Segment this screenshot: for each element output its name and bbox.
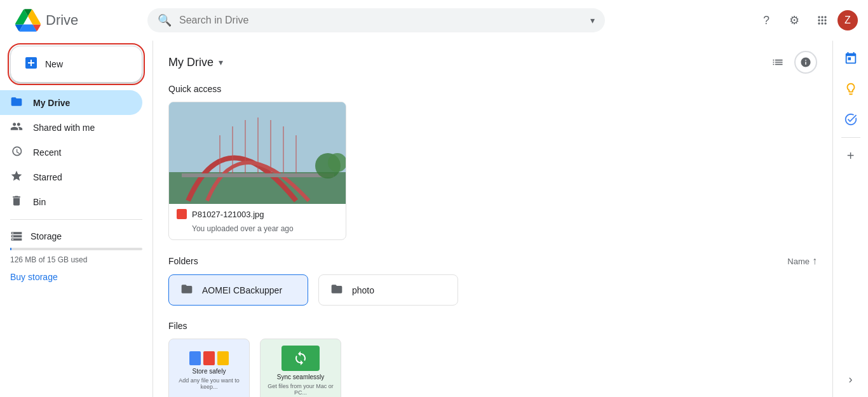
my-drive-icon xyxy=(10,95,23,110)
files-grid: Store safely Add any file you want to ke… xyxy=(168,339,817,397)
new-plus-icon xyxy=(24,55,39,73)
people-icon xyxy=(10,120,23,135)
sidebar: New My Drive Shared with me xyxy=(0,41,153,397)
storage-bar-fill xyxy=(10,248,11,250)
sort-label: Name xyxy=(787,257,810,266)
nav-separator xyxy=(10,219,142,220)
my-drive-dropdown-button[interactable]: ▾ xyxy=(219,57,223,67)
storage-used-text: 126 MB of 15 GB used xyxy=(10,255,142,264)
help-button[interactable]: ? xyxy=(754,8,779,33)
folder-name-photo: photo xyxy=(352,285,374,295)
svg-rect-9 xyxy=(182,173,334,177)
sidebar-item-my-drive[interactable]: My Drive xyxy=(0,90,142,115)
folder-item-aomei[interactable]: AOMEI CBackupper xyxy=(168,274,308,306)
clock-icon xyxy=(10,145,23,159)
files-label: Files xyxy=(168,321,817,331)
file-thumb-sync-sub: Get files from your Mac or PC... xyxy=(261,383,341,396)
file-thumb-store-sub: Add any file you want to keep... xyxy=(169,377,249,390)
search-dropdown-icon[interactable]: ▾ xyxy=(590,15,595,25)
quick-access-grid: P81027-121003.jpg You uploaded over a ye… xyxy=(168,102,817,240)
search-input[interactable] xyxy=(179,15,583,26)
sidebar-item-label-starred: Starred xyxy=(33,172,62,182)
quick-access-label: Quick access xyxy=(168,84,817,94)
quick-access-section: Quick access xyxy=(168,84,817,240)
right-panel-expand-button[interactable]: › xyxy=(838,367,864,392)
list-view-button[interactable] xyxy=(766,51,789,74)
folders-grid: AOMEI CBackupper photo xyxy=(168,274,817,306)
search-bar[interactable]: 🔍 ▾ xyxy=(147,8,605,32)
main-content: My Drive ▾ Quick access xyxy=(153,41,868,397)
right-panel-separator xyxy=(841,137,860,138)
sidebar-item-label-recent: Recent xyxy=(33,147,61,158)
folders-section: Folders Name ↑ AOMEI CBackupper xyxy=(168,255,817,306)
avatar[interactable]: Z xyxy=(837,10,858,30)
storage-section: Storage 126 MB of 15 GB used Buy storage xyxy=(0,225,153,287)
new-button-label: New xyxy=(45,59,63,69)
header-icons: ? ⚙ Z xyxy=(754,8,858,33)
apps-button[interactable] xyxy=(810,8,835,33)
drive-logo xyxy=(15,8,41,33)
sidebar-item-label-shared: Shared with me xyxy=(33,123,95,133)
file-card[interactable]: P81027-121003.jpg You uploaded over a ye… xyxy=(168,102,346,240)
sidebar-item-label-bin: Bin xyxy=(33,197,46,207)
note-panel-button[interactable] xyxy=(838,76,864,102)
right-panel: + › xyxy=(832,41,868,397)
file-thumb-sync[interactable]: Sync seamlessly Get files from your Mac … xyxy=(260,339,341,397)
task-panel-button[interactable] xyxy=(838,107,864,132)
file-thumb-store-label: Store safely xyxy=(193,368,226,375)
sidebar-item-recent[interactable]: Recent xyxy=(0,140,142,165)
storage-bar xyxy=(10,248,142,250)
folder-item-photo[interactable]: photo xyxy=(318,274,458,306)
sort-arrow-icon: ↑ xyxy=(812,255,817,267)
search-icon: 🔍 xyxy=(158,13,172,27)
my-drive-page-title: My Drive xyxy=(168,56,214,69)
file-card-subtitle: You uploaded over a year ago xyxy=(169,224,346,239)
info-button[interactable] xyxy=(794,51,817,74)
file-card-name: P81027-121003.jpg xyxy=(192,210,264,219)
trash-icon xyxy=(10,194,23,209)
sidebar-item-bin[interactable]: Bin xyxy=(0,189,142,214)
app-title: Drive xyxy=(46,12,78,29)
folder-icon-photo xyxy=(329,283,344,297)
file-card-image xyxy=(169,102,346,204)
settings-button[interactable]: ⚙ xyxy=(782,8,807,33)
storage-label: Storage xyxy=(10,230,142,243)
sidebar-item-shared-with-me[interactable]: Shared with me xyxy=(0,115,142,140)
files-section: Files Store safely Add any file you want… xyxy=(168,321,817,397)
content-scroll: My Drive ▾ Quick access xyxy=(153,41,832,397)
new-button[interactable]: New xyxy=(10,46,142,83)
file-thumb-store[interactable]: Store safely Add any file you want to ke… xyxy=(168,339,250,397)
calendar-panel-button[interactable] xyxy=(838,46,864,71)
folders-label: Folders xyxy=(168,256,198,266)
sort-button[interactable]: Name ↑ xyxy=(787,255,817,267)
star-icon xyxy=(10,170,23,184)
sidebar-item-starred[interactable]: Starred xyxy=(0,165,142,189)
folder-icon-aomei xyxy=(179,283,194,297)
sidebar-item-label-my-drive: My Drive xyxy=(33,98,70,108)
buy-storage-button[interactable]: Buy storage xyxy=(10,272,58,282)
file-thumb-sync-label: Sync seamlessly xyxy=(277,373,324,380)
content-header: My Drive ▾ xyxy=(168,51,817,74)
folder-name-aomei: AOMEI CBackupper xyxy=(202,285,282,295)
folders-header: Folders Name ↑ xyxy=(168,255,817,267)
right-panel-add-button[interactable]: + xyxy=(838,143,864,168)
file-card-info: P81027-121003.jpg xyxy=(169,204,346,224)
file-type-icon xyxy=(177,209,187,219)
